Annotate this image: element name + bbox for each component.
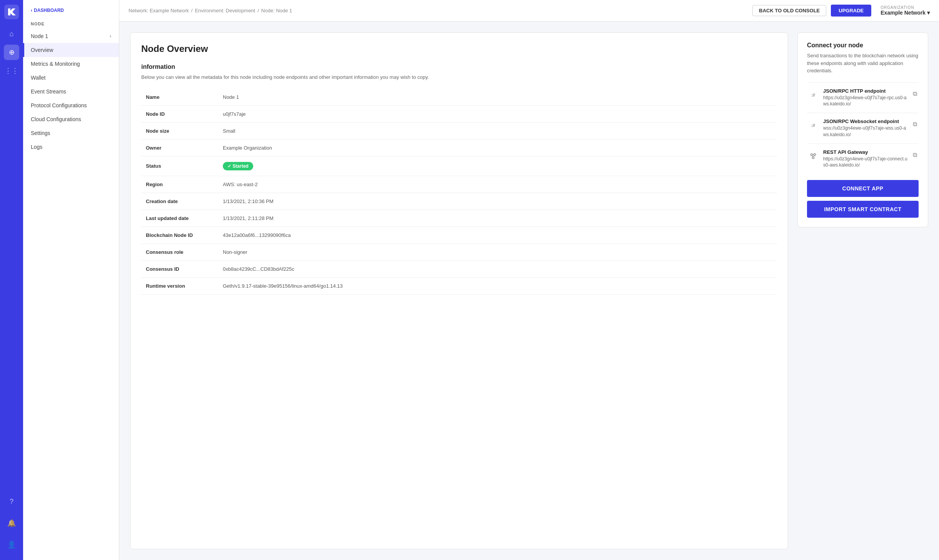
table-cell-value: 1/13/2021, 2:10:36 PM [218, 193, 777, 210]
back-arrow-icon: ‹ [31, 8, 32, 13]
table-row: Consensus ID0xb8ac4239cC...CD83bdAf225c [141, 260, 777, 277]
nav-globe-icon[interactable]: ⊕ [4, 45, 19, 60]
sidebar: ‹ DASHBOARD NODE Node 1 › Add Node Overv… [23, 0, 119, 560]
nav-help-icon[interactable]: ? [4, 494, 19, 509]
table-cell-label: Consensus ID [141, 260, 218, 277]
endpoint-wss-title: JSON/RPC Websocket endpoint [823, 118, 907, 124]
endpoint-rest: REST API Gateway https://u0z3gn4ewe-u0jf… [807, 143, 919, 174]
sidebar-item-metrics[interactable]: Metrics & Monitoring [23, 57, 119, 71]
sidebar-item-settings[interactable]: Settings [23, 126, 119, 140]
copy-rest-button[interactable]: ⧉ [911, 150, 919, 160]
table-row: Consensus roleNon-signer [141, 243, 777, 260]
table-cell-label: Name [141, 89, 218, 106]
sidebar-section: NODE Node 1 › Add Node Overview Metrics … [23, 17, 119, 157]
icon-bar: ⌂ ⊕ ⋮⋮ ? 🔔 👤 [0, 0, 23, 560]
table-cell-label: Owner [141, 139, 218, 156]
endpoint-wss-url: wss://u0z3gn4ewe-u0jf7s7aje-wss.us0-aws.… [823, 125, 907, 138]
sidebar-section-title: NODE [23, 17, 119, 29]
table-cell-label: Creation date [141, 193, 218, 210]
wss-icon: :// [807, 119, 819, 132]
section-desc: Below you can view all the metadata for … [141, 73, 777, 81]
sidebar-item-overview[interactable]: Overview [23, 43, 119, 57]
table-cell-value: Example Organization [218, 139, 777, 156]
connect-title: Connect your node [807, 42, 919, 49]
topbar-right: BACK TO OLD CONSOLE UPGRADE ORGANIZATION… [752, 5, 930, 17]
overview-panel: Node Overview information Below you can … [130, 32, 788, 549]
breadcrumb-node: Node: Node 1 [261, 8, 292, 13]
endpoint-rest-info: REST API Gateway https://u0z3gn4ewe-u0jf… [823, 149, 907, 169]
endpoint-rest-title: REST API Gateway [823, 149, 907, 155]
table-cell-label: Status [141, 156, 218, 176]
sidebar-item-logs[interactable]: Logs [23, 140, 119, 154]
table-row: Creation date1/13/2021, 2:10:36 PM [141, 193, 777, 210]
sidebar-item-event-streams[interactable]: Event Streams [23, 85, 119, 98]
table-cell-label: Last updated date [141, 210, 218, 227]
upgrade-button[interactable]: UPGRADE [831, 5, 871, 17]
kaleido-logo[interactable] [4, 5, 19, 19]
right-panel: Connect your node Send transactions to t… [797, 32, 928, 549]
breadcrumb-network: Network: Example Network [129, 8, 189, 13]
endpoint-http: :// JSON/RPC HTTP endpoint https://u0z3g… [807, 82, 919, 113]
import-smart-contract-button[interactable]: IMPORT SMART CONTRACT [807, 201, 919, 218]
table-row: RegionAWS: us-east-2 [141, 176, 777, 193]
endpoint-http-info: JSON/RPC HTTP endpoint https://u0z3gn4ew… [823, 88, 907, 108]
svg-point-1 [811, 153, 813, 155]
endpoint-http-url: https://u0z3gn4ewe-u0jf7s7aje-rpc.us0-aw… [823, 95, 907, 108]
nav-home-icon[interactable]: ⌂ [4, 26, 19, 42]
back-to-dashboard[interactable]: ‹ DASHBOARD [31, 8, 64, 13]
info-table: NameNode 1Node IDu0jf7s7ajeNode sizeSmal… [141, 89, 777, 295]
connect-desc: Send transactions to the blockchain netw… [807, 52, 919, 75]
copy-http-button[interactable]: ⧉ [911, 89, 919, 99]
sidebar-item-cloud-config[interactable]: Cloud Configurations [23, 112, 119, 126]
table-row: OwnerExample Organization [141, 139, 777, 156]
table-cell-value: u0jf7s7aje [218, 105, 777, 122]
org-selector[interactable]: ORGANIZATION Example Network ▾ [881, 5, 930, 16]
nav-bell-icon[interactable]: 🔔 [4, 515, 19, 531]
svg-point-2 [814, 153, 816, 155]
table-cell-label: Node ID [141, 105, 218, 122]
bottom-icons: ? 🔔 👤 [4, 494, 19, 555]
svg-line-5 [812, 155, 813, 157]
table-cell-label: Blockchain Node ID [141, 227, 218, 243]
table-cell-value: Node 1 [218, 89, 777, 106]
table-cell-value: Small [218, 122, 777, 139]
nav-network-icon[interactable]: ⋮⋮ [4, 63, 19, 78]
table-cell-value: 1/13/2021, 2:11:28 PM [218, 210, 777, 227]
node-expand-icon: › [110, 33, 111, 39]
http-icon: :// [807, 89, 819, 101]
svg-point-3 [812, 157, 814, 158]
table-cell-label: Runtime version [141, 277, 218, 294]
svg-line-6 [814, 155, 814, 157]
endpoint-wss: :// JSON/RPC Websocket endpoint wss://u0… [807, 113, 919, 143]
endpoint-wss-info: JSON/RPC Websocket endpoint wss://u0z3gn… [823, 118, 907, 138]
org-label: ORGANIZATION [881, 5, 914, 10]
table-cell-label: Region [141, 176, 218, 193]
back-to-old-console-button[interactable]: BACK TO OLD CONSOLE [752, 5, 826, 16]
page-title: Node Overview [141, 43, 777, 54]
endpoint-http-title: JSON/RPC HTTP endpoint [823, 88, 907, 94]
status-badge: ✓ Started [223, 162, 253, 170]
endpoint-rest-url: https://u0z3gn4ewe-u0jf7s7aje-connect.us… [823, 156, 907, 169]
node-1-row[interactable]: Node 1 › [23, 29, 119, 43]
table-cell-value: 0xb8ac4239cC...CD83bdAf225c [218, 260, 777, 277]
table-cell-value: Non-signer [218, 243, 777, 260]
table-row: Last updated date1/13/2021, 2:11:28 PM [141, 210, 777, 227]
sidebar-item-wallet[interactable]: Wallet [23, 71, 119, 85]
org-name: Example Network ▾ [881, 10, 930, 16]
table-row: Node sizeSmall [141, 122, 777, 139]
topbar: Network: Example Network / Environment: … [119, 0, 939, 22]
table-cell-label: Consensus role [141, 243, 218, 260]
node-name-label: Node 1 [31, 33, 48, 39]
table-cell-value: AWS: us-east-2 [218, 176, 777, 193]
table-row: Runtime versionGeth/v1.9.17-stable-39e95… [141, 277, 777, 294]
table-cell-value: Geth/v1.9.17-stable-39e95156/linux-amd64… [218, 277, 777, 294]
org-dropdown-icon: ▾ [927, 10, 930, 16]
copy-wss-button[interactable]: ⧉ [911, 119, 919, 129]
breadcrumb: Network: Example Network / Environment: … [129, 8, 292, 13]
connect-app-button[interactable]: CONNECT APP [807, 180, 919, 197]
table-row: Status✓ Started [141, 156, 777, 176]
section-title: information [141, 63, 777, 70]
sidebar-item-protocol-config[interactable]: Protocol Configurations [23, 98, 119, 112]
table-row: Blockchain Node ID43e12a00a6f6...1329909… [141, 227, 777, 243]
nav-user-icon[interactable]: 👤 [4, 537, 19, 552]
